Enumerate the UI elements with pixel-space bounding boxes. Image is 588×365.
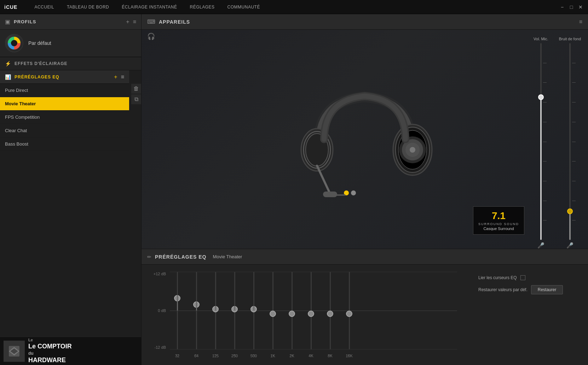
profile-name: Par défaut (28, 40, 51, 46)
eq-section: 📊 PRÉRÉGLAGES EQ + ≡ Pure Direct Movie T… (0, 70, 141, 151)
eq-band-4k-track[interactable] (311, 272, 312, 349)
devices-settings-button[interactable]: ≡ (579, 19, 582, 25)
vol-mic-label: Vol. Mic. (534, 37, 548, 41)
eq-section-panel: ✏ PRÉRÉGLAGES EQ Movie Theater +12 dB 0 … (142, 249, 588, 365)
nav-communaute[interactable]: COMMUNAUTÉ (221, 0, 266, 14)
preset-item-fps-competition[interactable]: FPS Competition (0, 111, 129, 124)
eq-band-125-value: — (214, 353, 217, 357)
nav-accueil[interactable]: ACCUEIL (28, 0, 60, 14)
eq-band-32-track[interactable] (177, 272, 178, 349)
eq-band-8k-thumb[interactable] (327, 311, 333, 317)
eq-section-preset-name: Movie Theater (213, 254, 242, 259)
eq-link-label: Lier les curseurs EQ (478, 275, 517, 280)
db-labels: +12 dB 0 dB -12 dB (152, 272, 168, 349)
preset-item-bass-boost[interactable]: Bass Boost (0, 137, 129, 151)
vol-noise-track[interactable] (569, 43, 571, 240)
eq-band-250[interactable]: — (229, 272, 240, 349)
eq-presets-header: 📊 PRÉRÉGLAGES EQ + ≡ (0, 70, 129, 84)
lighting-effects-title: EFFETS D'ÉCLAIRAGE (15, 61, 136, 66)
eq-band-125[interactable]: — (210, 272, 221, 349)
preset-item-movie-theater[interactable]: Movie Theater (0, 97, 129, 111)
devices-header: ⌨ APPAREILS ≡ (142, 14, 588, 30)
db-mid-label: 0 dB (152, 308, 166, 313)
eq-restore-row: Restaurer valeurs par déf. Restaurer (478, 285, 577, 294)
svg-point-16 (351, 190, 356, 195)
preset-item-pure-direct[interactable]: Pure Direct (0, 84, 129, 97)
surround-number: 7.1 (492, 210, 506, 222)
noise-icon: 🎤 (566, 242, 573, 249)
eq-delete-button[interactable]: 🗑 (131, 84, 141, 94)
eq-band-16k-thumb[interactable] (346, 311, 352, 317)
sidebar: ▣ PROFILS + ≡ Par défaut ⚡ EFFETS D'ÉCLA… (0, 14, 142, 365)
eq-header-actions: + ≡ (114, 74, 124, 80)
svg-point-12 (410, 147, 415, 153)
db-top-label: +12 dB (152, 272, 166, 276)
logo-text: Le Le COMPTOIR du HARDWARE (28, 337, 72, 365)
eq-band-1k-thumb[interactable] (270, 311, 276, 317)
maximize-button[interactable]: □ (568, 4, 575, 10)
eq-band-4k-thumb[interactable] (308, 311, 314, 317)
nav-eclairage[interactable]: ÉCLAIRAGE INSTANTANÉ (115, 0, 183, 14)
headphone-image (290, 72, 439, 206)
eq-icon: 📊 (5, 74, 11, 80)
vol-sliders: Vol. Mic. (534, 30, 581, 249)
eq-controls-right: Lier les curseurs EQ Restaurer valeurs p… (478, 272, 577, 358)
eq-add-button[interactable]: + (114, 74, 117, 80)
eq-band-500-track[interactable] (253, 272, 254, 349)
sidebar-spacer (0, 151, 141, 337)
eq-band-250-track[interactable] (234, 272, 235, 349)
eq-band-2k-track[interactable] (292, 272, 293, 349)
vol-mic-fill (540, 98, 542, 240)
headphone-tab-icon: 🎧 (147, 33, 155, 40)
eq-band-125-track[interactable] (215, 272, 216, 349)
avatar (5, 34, 23, 52)
eq-menu-button[interactable]: ≡ (121, 74, 124, 80)
eq-band-250-value: — (233, 353, 236, 357)
eq-band-1k-track[interactable] (272, 272, 273, 349)
close-button[interactable]: ✕ (577, 4, 584, 10)
sidebar-logo: Le Le COMPTOIR du HARDWARE (0, 337, 141, 365)
eq-band-4k[interactable]: — (305, 272, 317, 349)
eq-band-32[interactable]: — (172, 272, 183, 349)
eq-band-8k-track[interactable] (330, 272, 331, 349)
devices-title: APPAREILS (159, 19, 576, 25)
eq-band-2k-value: — (290, 353, 294, 357)
profile-item[interactable]: Par défaut (0, 30, 141, 57)
preset-item-clear-chat[interactable]: Clear Chat (0, 124, 129, 137)
headphone-area: 🎧 (142, 30, 588, 249)
eq-band-16k-value: — (347, 353, 351, 357)
surround-badge: 7.1 SURROUND SOUND Casque Surround (473, 206, 524, 235)
nav-tableau[interactable]: TABLEAU DE BORD (60, 0, 115, 14)
profiles-add-button[interactable]: + (126, 19, 129, 25)
eq-band-1k[interactable]: — (267, 272, 278, 349)
eq-band-2k-thumb[interactable] (289, 311, 295, 317)
eq-band-16k[interactable]: — (344, 272, 355, 349)
eq-band-500[interactable]: — (248, 272, 259, 349)
eq-link-checkbox[interactable] (520, 275, 525, 280)
profiles-menu-button[interactable]: ≡ (133, 19, 136, 25)
device-tab[interactable]: 🎧 (142, 30, 161, 43)
vol-noise-group: Bruit de fond (559, 37, 581, 249)
eq-band-8k[interactable]: — (324, 272, 336, 349)
eq-clone-button[interactable]: ⧉ (131, 94, 141, 104)
preset-list: Pure Direct Movie Theater FPS Competitio… (0, 84, 129, 151)
surround-label: SURROUND SOUND (478, 222, 519, 226)
vol-noise-thumb[interactable] (567, 208, 573, 214)
eq-section-title: PRÉRÉGLAGES EQ (155, 254, 206, 260)
eq-band-64-track[interactable] (196, 272, 197, 349)
nav-reglages[interactable]: RÉGLAGES (184, 0, 221, 14)
eq-section-edit-icon: ✏ (147, 254, 151, 260)
profiles-actions: + ≡ (126, 19, 136, 25)
eq-section-header: ✏ PRÉRÉGLAGES EQ Movie Theater (142, 249, 588, 265)
eq-band-16k-track[interactable] (349, 272, 350, 349)
titlebar: iCUE ACCUEIL TABLEAU DE BORD ÉCLAIRAGE I… (0, 0, 588, 14)
minimize-button[interactable]: − (559, 4, 565, 10)
vol-mic-track[interactable] (540, 43, 542, 240)
vol-mic-thumb[interactable] (538, 94, 544, 100)
eq-band-4k-value: — (309, 353, 313, 357)
eq-sliders-area: +12 dB 0 dB -12 dB (152, 272, 457, 358)
eq-band-64[interactable]: — (191, 272, 202, 349)
profiles-title: PROFILS (14, 19, 122, 24)
eq-band-2k[interactable]: — (286, 272, 298, 349)
eq-restore-button[interactable]: Restaurer (531, 285, 563, 294)
